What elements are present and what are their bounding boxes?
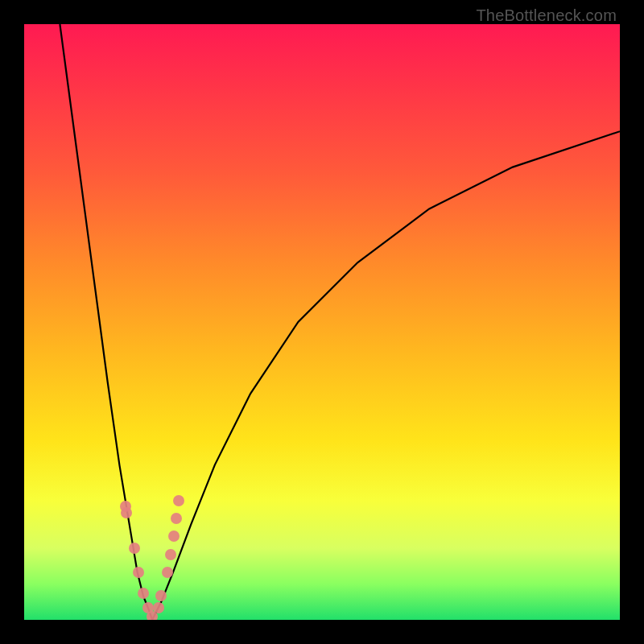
highlight-dot xyxy=(162,567,173,578)
bottleneck-curve xyxy=(24,24,620,620)
chart-frame: TheBottleneck.com xyxy=(0,0,644,644)
highlight-dot xyxy=(129,543,140,554)
watermark-text: TheBottleneck.com xyxy=(476,6,617,25)
highlight-dot xyxy=(153,602,164,613)
plot-area xyxy=(24,24,620,620)
curve-left-branch xyxy=(60,24,152,620)
highlight-dot xyxy=(121,507,132,518)
highlight-dot xyxy=(133,567,144,578)
curve-right-branch xyxy=(152,131,620,620)
highlight-dot xyxy=(138,588,149,599)
highlight-dot xyxy=(165,549,176,560)
